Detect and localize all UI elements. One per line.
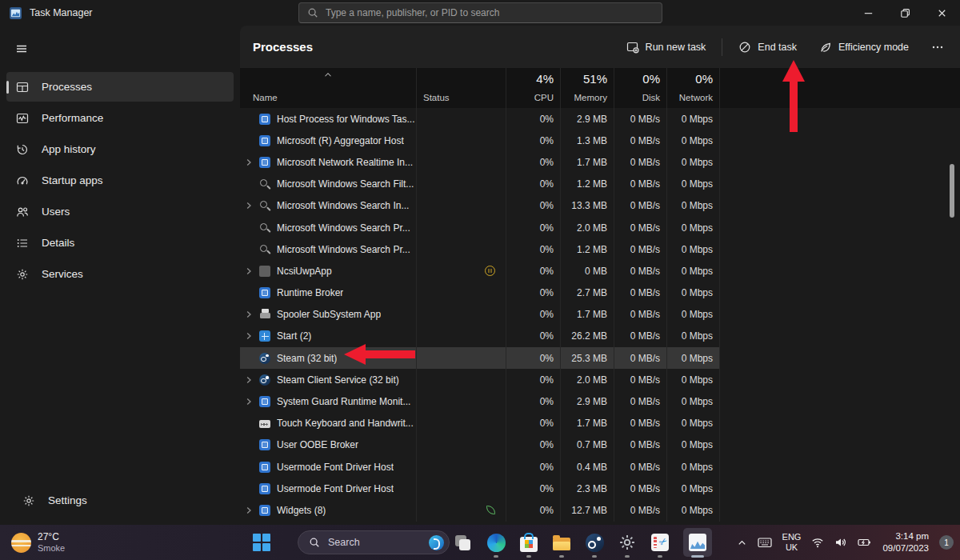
expand-chevron-icon[interactable] [245, 310, 253, 318]
run-new-task-button[interactable]: Run new task [620, 36, 713, 58]
disk-value: 0 MB/s [614, 499, 667, 521]
taskbar-button-steam[interactable] [585, 529, 604, 556]
column-header-cpu[interactable]: 4% CPU [506, 68, 561, 108]
network-value: 0 Mbps [667, 260, 720, 282]
memory-value: 2.9 MB [561, 390, 614, 412]
restore-button[interactable] [886, 0, 923, 26]
process-row[interactable]: Steam Client Service (32 bit)0%2.0 MB0 M… [240, 369, 960, 390]
window-process-icon [259, 135, 270, 146]
column-header-status[interactable]: Status [417, 68, 506, 108]
memory-value: 1.7 MB [561, 151, 614, 173]
expand-chevron-icon [245, 463, 253, 471]
taskbar-button-settings[interactable] [618, 529, 637, 556]
expand-chevron-icon [245, 419, 253, 427]
process-row[interactable]: Usermode Font Driver Host0%0.4 MB0 MB/s0… [240, 456, 960, 478]
process-row[interactable]: Usermode Font Driver Host0%2.3 MB0 MB/s0… [240, 478, 960, 499]
efficiency-mode-button[interactable]: Efficiency mode [813, 36, 915, 58]
disk-value: 0 MB/s [614, 151, 667, 173]
process-row[interactable]: Spooler SubSystem App0%1.7 MB0 MB/s0 Mbp… [240, 304, 960, 326]
process-row[interactable]: NcsiUwpApp0%0 MB0 MB/s0 Mbps [240, 260, 960, 282]
taskbar-search-input[interactable]: Search [298, 530, 450, 554]
process-name-cell: Steam Client Service (32 bit) [240, 369, 417, 390]
scrollbar-thumb[interactable] [950, 164, 954, 218]
network-value: 0 Mbps [667, 108, 720, 130]
sidebar-item-services[interactable]: Services [6, 259, 234, 289]
language-indicator[interactable]: ENG UK [782, 532, 802, 553]
expand-chevron-icon[interactable] [245, 376, 253, 384]
search-process-icon [259, 178, 270, 190]
taskbar-button-snipping-tool[interactable] [650, 529, 670, 556]
touch-keyboard-icon[interactable] [758, 537, 772, 548]
taskbar-button-task-manager[interactable] [683, 528, 712, 557]
start-process-icon [259, 330, 270, 342]
menu-toggle-button[interactable] [6, 35, 37, 62]
notification-count-badge[interactable]: 1 [939, 535, 954, 550]
more-options-button[interactable] [925, 36, 950, 58]
time: 3:14 pm [882, 530, 929, 542]
global-search-input[interactable]: Type a name, publisher, or PID to search [298, 2, 662, 23]
process-row[interactable]: Microsoft (R) Aggregator Host0%1.3 MB0 M… [240, 130, 960, 151]
sidebar-item-startup-apps[interactable]: Startup apps [6, 166, 234, 195]
process-name-cell: Usermode Font Driver Host [240, 478, 417, 499]
wifi-icon[interactable] [811, 536, 824, 549]
process-row[interactable]: Host Process for Windows Tas...0%2.9 MB0… [240, 108, 960, 130]
expand-chevron-icon[interactable] [245, 398, 253, 406]
prohibition-icon [738, 41, 751, 54]
process-row[interactable]: Microsoft Windows Search In...0%13.3 MB0… [240, 195, 960, 217]
process-row[interactable]: System Guard Runtime Monit...0%2.9 MB0 M… [240, 390, 960, 412]
minimize-button[interactable] [850, 0, 886, 26]
clock[interactable]: 3:14 pm 09/07/2023 [882, 530, 929, 554]
sidebar-item-processes[interactable]: Processes [6, 72, 234, 102]
start-button[interactable] [253, 533, 272, 552]
process-row[interactable]: User OOBE Broker0%0.7 MB0 MB/s0 Mbps [240, 434, 960, 456]
process-row[interactable]: Widgets (8)0%12.7 MB0 MB/s0 Mbps [240, 499, 960, 521]
process-name: Steam Client Service (32 bit) [277, 374, 399, 386]
expand-chevron-icon[interactable] [245, 202, 253, 210]
expand-chevron-icon[interactable] [245, 267, 253, 275]
search-placeholder: Type a name, publisher, or PID to search [326, 7, 499, 18]
weather-widget[interactable]: 27°C Smoke [11, 525, 65, 560]
column-header-network[interactable]: 0% Network [667, 68, 720, 108]
process-row[interactable]: Microsoft Network Realtime In...0%1.7 MB… [240, 151, 960, 173]
process-row[interactable]: Runtime Broker0%2.7 MB0 MB/s0 Mbps [240, 282, 960, 304]
network-value: 0 Mbps [667, 456, 720, 478]
process-row[interactable]: Microsoft Windows Search Pr...0%2.0 MB0 … [240, 217, 960, 238]
sidebar-item-performance[interactable]: Performance [6, 103, 234, 133]
process-name: User OOBE Broker [277, 439, 358, 450]
memory-value: 2.9 MB [561, 108, 614, 130]
sidebar-item-settings[interactable]: Settings [13, 486, 227, 515]
taskbar-button-microsoft-store[interactable] [519, 529, 538, 556]
end-task-button[interactable]: End task [732, 36, 803, 58]
process-row[interactable]: Touch Keyboard and Handwrit...0%1.7 MB0 … [240, 413, 960, 434]
settings-gear-icon [618, 534, 636, 551]
suspended-status-icon [485, 266, 495, 276]
sidebar-item-users[interactable]: Users [6, 197, 234, 226]
expand-chevron-icon[interactable] [245, 506, 253, 514]
sidebar-item-app-history[interactable]: App history [6, 134, 234, 164]
battery-icon[interactable] [858, 537, 872, 548]
taskbar-button-task-view[interactable] [454, 529, 473, 556]
process-name: Usermode Font Driver Host [277, 483, 394, 494]
column-header-memory[interactable]: 51% Memory [561, 68, 614, 108]
volume-icon[interactable] [834, 536, 847, 549]
status-cell [417, 413, 506, 434]
expand-chevron-icon[interactable] [245, 332, 253, 340]
process-row[interactable]: Microsoft Windows Search Pr...0%1.2 MB0 … [240, 238, 960, 260]
close-button[interactable] [923, 0, 960, 26]
process-table-body: Host Process for Windows Tas...0%2.9 MB0… [240, 108, 960, 525]
show-hidden-icons-chevron[interactable] [737, 538, 747, 548]
table-header: Name Status 4% CPU 51% Memory 0% Disk 0%… [240, 68, 960, 108]
process-name-cell: Widgets (8) [240, 499, 417, 521]
status-cell [417, 130, 506, 151]
taskbar-button-file-explorer[interactable] [552, 529, 571, 556]
memory-value: 2.3 MB [561, 478, 614, 499]
column-header-disk[interactable]: 0% Disk [614, 68, 667, 108]
expand-chevron-icon[interactable] [245, 158, 253, 166]
status-cell [417, 326, 506, 347]
taskbar-button-edge[interactable] [486, 529, 506, 556]
column-header-name[interactable]: Name [240, 68, 417, 108]
sidebar-item-details[interactable]: Details [6, 228, 234, 258]
disk-total: 0% [642, 72, 660, 86]
process-row[interactable]: Microsoft Windows Search Filt...0%1.2 MB… [240, 174, 960, 195]
status-cell [417, 174, 506, 195]
